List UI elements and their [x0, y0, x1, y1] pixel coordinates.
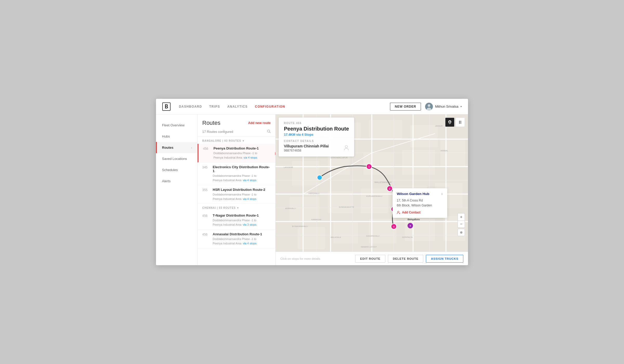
svg-text:DODDABALLAPUR: DODDABALLAPUR [330, 157, 347, 159]
route-item-bangalore-1[interactable]: 345 Electronics City Distribution Route-… [198, 162, 275, 185]
svg-text:KURUBARAHALLI: KURUBARAHALLI [366, 195, 382, 197]
route-id: 456 [202, 213, 210, 218]
route-item-chennai-1[interactable]: 456 Annasalai Distribution Route-1 Dodda… [198, 230, 275, 248]
nav-analytics[interactable]: ANALYTICS [227, 104, 248, 109]
sidebar-item-saved-locations[interactable]: Saved Locations [156, 153, 197, 164]
route-item-bangalore-2[interactable]: 355 HSR Layout Distribution Route-2 Dodd… [198, 185, 275, 204]
map-container[interactable]: PEENYA MALLESWARAM Bengaluru PEENYA IND … [276, 114, 468, 252]
map-pin-view-button[interactable] [445, 118, 454, 127]
route-main-name: Peenya Distribution Route [284, 126, 349, 132]
edit-route-button[interactable]: EDIT ROUTE [355, 255, 385, 263]
dropdown-icon: ▾ [237, 206, 239, 209]
nav-configuration[interactable]: CONFIGURATION [255, 104, 285, 109]
stops-link[interactable]: via 4 stops [243, 197, 257, 200]
header: B DASHBOARD TRIPS ANALYTICS CONFIGURATIO… [156, 99, 468, 114]
svg-rect-81 [459, 122, 460, 123]
route-name: T-Nagar Distribution Route-1 [213, 213, 271, 217]
chevron-down-icon: ▾ [460, 105, 462, 108]
stops-link[interactable]: via 4 stops [244, 156, 257, 159]
svg-rect-9 [410, 125, 438, 147]
delete-route-button[interactable]: DELETE ROUTE [388, 255, 423, 263]
svg-text:MALAGALA: MALAGALA [330, 236, 341, 238]
svg-point-75 [345, 145, 348, 148]
svg-rect-10 [292, 161, 320, 186]
svg-text:SUNKADAKATTE: SUNKADAKATTE [339, 206, 354, 208]
route-item-chennai-0[interactable]: 456 T-Nagar Distribution Route-1 Doddabo… [198, 211, 275, 230]
route-item-bangalore-0[interactable]: 456 Peenya Distribution Route-1 Doddabom… [198, 144, 275, 162]
stops-link[interactable]: via 4 stops [243, 242, 257, 245]
sidebar-item-hubs[interactable]: Hubs [156, 131, 197, 142]
sidebar: Fleet Overview Hubs Routes › Saved Locat… [156, 114, 198, 265]
contact-name: Villupuram Chinniah Pillai [284, 144, 329, 148]
svg-text:1: 1 [368, 165, 370, 168]
route-info: Peenya Distribution Route-1 Doddabommans… [213, 146, 271, 160]
route-id: 355 [202, 188, 210, 192]
map-action-buttons: EDIT ROUTE DELETE ROUTE ASSIGN TRUCKS [355, 255, 463, 263]
route-desc: Doddabommansandra Phase -1 to Peenya Ind… [213, 218, 271, 227]
svg-rect-8 [369, 120, 402, 139]
sidebar-item-fleet-overview[interactable]: Fleet Overview [156, 120, 197, 131]
svg-text:Bengaluru: Bengaluru [407, 218, 420, 221]
svg-point-76 [449, 121, 451, 122]
svg-text:♥: ♥ [410, 224, 411, 227]
map-area: PEENYA MALLESWARAM Bengaluru PEENYA IND … [276, 114, 468, 265]
svg-text:NANDINI LAYOUT: NANDINI LAYOUT [361, 246, 377, 248]
search-icon[interactable] [267, 129, 271, 134]
svg-text:GORIPALYA: GORIPALYA [402, 236, 413, 238]
route-selected-arrow: ▶ [275, 151, 275, 155]
map-zoom-controls: + − ⊕ [458, 213, 465, 236]
chevron-right-icon: › [191, 146, 192, 149]
hub-popup-add-contact-button[interactable]: Add Contact [397, 211, 443, 214]
svg-text:LAGGERE: LAGGERE [284, 166, 293, 168]
sidebar-item-label: Fleet Overview [162, 123, 185, 127]
svg-point-1 [428, 104, 430, 107]
svg-rect-20 [298, 227, 325, 249]
sidebar-item-schedules[interactable]: Schedules [156, 164, 197, 176]
locate-button[interactable]: ⊕ [458, 229, 465, 236]
route-desc: Doddabommansandra Phase -1 to Peenya Ind… [213, 192, 271, 201]
stops-link[interactable]: via 3 stops [243, 223, 257, 226]
zoom-out-button[interactable]: − [458, 220, 465, 228]
sidebar-item-label: Hubs [162, 134, 170, 138]
sidebar-item-alerts[interactable]: Alerts [156, 176, 197, 187]
routes-list: BANGALORE | 03 ROUTES ▾ 456 Peenya Distr… [198, 137, 275, 265]
avatar [425, 103, 433, 110]
map-list-view-button[interactable] [456, 118, 465, 127]
route-desc: Doddabommansandra Phase -1 to Peenya Ind… [213, 174, 271, 182]
main-nav: DASHBOARD TRIPS ANALYTICS CONFIGURATION [179, 104, 382, 109]
sidebar-item-label: Alerts [162, 179, 171, 183]
svg-text:HEBBAL: HEBBAL [440, 150, 448, 152]
user-name: Mithun Srivatsa [435, 105, 458, 108]
contact-phone: 9887674658 [284, 149, 329, 152]
map-controls-top [445, 118, 465, 127]
bangalore-group-header: BANGALORE | 03 ROUTES ▾ [198, 137, 275, 144]
route-info-card: ROUTE 456 Peenya Distribution Route 17.4… [279, 118, 354, 157]
assign-trucks-button[interactable]: ASSIGN TRUCKS [426, 255, 463, 263]
add-new-route-link[interactable]: Add new route [248, 121, 271, 125]
nav-dashboard[interactable]: DASHBOARD [179, 104, 202, 109]
app-body: Fleet Overview Hubs Routes › Saved Locat… [156, 114, 468, 265]
sidebar-item-routes[interactable]: Routes › [156, 142, 197, 153]
contact-label: CONTACT DETAILS [284, 140, 349, 142]
route-id: 345 [202, 165, 210, 169]
route-info: Annasalai Distribution Route-1 Doddabomm… [213, 232, 271, 245]
svg-text:ADRAHALLI: ADRAHALLI [285, 207, 296, 210]
new-order-button[interactable]: NEW ORDER [390, 103, 421, 110]
stops-link[interactable]: via 4 stops [243, 179, 257, 182]
sidebar-item-label: Routes [162, 146, 173, 150]
route-name: Annasalai Distribution Route-1 [213, 232, 271, 236]
svg-point-83 [398, 211, 399, 213]
zoom-in-button[interactable]: + [458, 213, 465, 220]
svg-rect-16 [328, 191, 353, 213]
hub-popup-header: Wilson Garden Hub × [397, 192, 443, 196]
nav-trips[interactable]: TRIPS [209, 104, 220, 109]
hub-popup-close-button[interactable]: × [441, 192, 443, 196]
route-info: T-Nagar Distribution Route-1 Doddabomman… [213, 213, 271, 227]
chennai-group-header: CHENNAI | 03 ROUTES ▾ [198, 204, 275, 211]
route-desc: Doddabommansandra Phase -1 to Peenya Ind… [213, 237, 271, 245]
route-id: 456 [203, 146, 210, 151]
routes-panel: Routes Add new route 17 Routes configure… [198, 114, 276, 265]
user-profile[interactable]: Mithun Srivatsa ▾ [425, 103, 462, 110]
person-icon [344, 145, 349, 152]
svg-rect-80 [459, 121, 460, 122]
